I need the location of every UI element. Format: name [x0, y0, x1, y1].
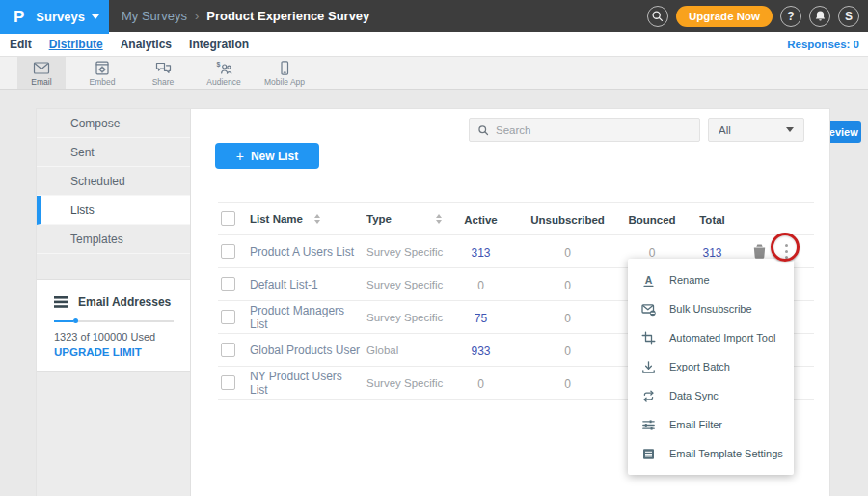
list-name-link[interactable]: Global Products User: [250, 344, 360, 357]
menu-item-label: Data Sync: [669, 390, 719, 401]
tab-edit[interactable]: Edit: [10, 38, 32, 51]
sidebar-item-templates[interactable]: Templates: [37, 225, 190, 254]
menu-item-export-batch[interactable]: Export Batch: [628, 352, 794, 381]
count-value[interactable]: 313: [471, 246, 490, 260]
sort-icon[interactable]: [314, 214, 320, 224]
list-name-link[interactable]: Product Managers List: [250, 304, 363, 331]
cell-unsubscribed: 0: [512, 342, 623, 359]
channel-mobile-app[interactable]: Mobile App: [260, 57, 309, 89]
channel-embed[interactable]: Embed: [78, 57, 126, 89]
upgrade-limit-link[interactable]: UPGRADE LIMIT: [54, 346, 178, 358]
menu-item-label: Email Filter: [669, 419, 722, 430]
cell-type: Survey Specific: [363, 246, 449, 258]
email-addresses-block: Email Addresses 1323 of 100000 Used UPGR…: [37, 280, 190, 372]
row-checkbox[interactable]: [221, 277, 235, 291]
row-checkbox-cell: [218, 244, 247, 259]
list-name-link[interactable]: Product A Users List: [250, 245, 354, 259]
menu-item-email-template-settings[interactable]: Email Template Settings: [628, 439, 794, 468]
menu-item-label: Bulk Unsubscribe: [669, 303, 752, 315]
search-button[interactable]: [647, 6, 668, 27]
channel-audience[interactable]: $Audience: [200, 57, 248, 89]
cell-type: Global: [363, 344, 449, 356]
count-value[interactable]: 75: [475, 312, 487, 325]
sort-icon[interactable]: [436, 214, 442, 224]
header-unsubscribed: Unsubscribed: [512, 210, 623, 228]
list-bars-icon: [54, 296, 68, 308]
data-sync-icon: [641, 389, 656, 403]
trash-icon[interactable]: [753, 244, 766, 259]
tab-analytics[interactable]: Analytics: [121, 38, 172, 51]
header-list-name: List Name: [247, 213, 363, 225]
questionpro-logo[interactable]: P: [14, 8, 24, 27]
bulk-unsubscribe-icon: [641, 302, 656, 317]
menu-item-bulk-unsubscribe[interactable]: Bulk Unsubscribe: [628, 294, 794, 323]
tab-distribute[interactable]: Distribute: [49, 38, 103, 51]
rename-icon: A: [641, 273, 656, 288]
sidebar-item-sent[interactable]: Sent: [37, 138, 190, 167]
cell-type: Survey Specific: [363, 377, 449, 389]
menu-item-data-sync[interactable]: Data Sync: [628, 381, 794, 410]
cell-list-name: NY Product Users List: [247, 370, 363, 397]
new-list-label: New List: [251, 150, 298, 163]
avatar[interactable]: S: [838, 6, 859, 27]
menu-item-label: Email Template Settings: [669, 448, 783, 459]
row-checkbox[interactable]: [221, 244, 235, 259]
sidebar-item-compose[interactable]: Compose: [37, 109, 190, 138]
email-icon: [33, 61, 50, 75]
product-menu-label: Surveys: [36, 10, 85, 24]
cell-active: 933: [449, 342, 512, 359]
search-icon: [477, 124, 489, 136]
list-search-input[interactable]: [496, 124, 692, 136]
row-checkbox-cell: [218, 375, 247, 390]
count-value[interactable]: 933: [471, 344, 490, 358]
select-all-checkbox[interactable]: [221, 211, 235, 226]
search-icon: [651, 10, 664, 22]
cell-type: Survey Specific: [363, 312, 449, 323]
row-checkbox[interactable]: [221, 310, 235, 324]
survey-nav: EditDistributeAnalyticsIntegration Respo…: [0, 32, 868, 56]
help-button[interactable]: ?: [780, 6, 801, 27]
notifications-button[interactable]: [809, 6, 830, 27]
plus-icon: +: [236, 149, 244, 164]
list-name-link[interactable]: NY Product Users List: [250, 370, 363, 397]
type-label: Survey Specific: [366, 312, 443, 323]
menu-item-email-filter[interactable]: Email Filter: [628, 410, 794, 439]
usage-progress-bar: [54, 320, 174, 322]
list-filter-dropdown[interactable]: All: [708, 118, 804, 142]
share-icon: [155, 61, 172, 75]
list-name-link[interactable]: Default List-1: [250, 278, 318, 291]
channel-share[interactable]: Share: [139, 57, 187, 89]
menu-item-rename[interactable]: ARename: [628, 265, 794, 294]
distribute-toolbar: EmailEmbedShare$AudienceMobile App Previ…: [0, 56, 868, 90]
channel-email[interactable]: Email: [17, 57, 66, 89]
usage-progress-fill: [54, 320, 73, 322]
count-value[interactable]: 313: [702, 246, 721, 260]
audience-icon: $: [216, 61, 232, 75]
row-checkbox-cell: [218, 310, 247, 324]
sidebar-item-lists[interactable]: Lists: [37, 196, 190, 225]
header-checkbox-cell: [218, 211, 247, 226]
breadcrumb-parent[interactable]: My Surveys: [122, 9, 187, 23]
count-value: 0: [477, 377, 484, 391]
sidebar-item-scheduled[interactable]: Scheduled: [37, 167, 190, 196]
upgrade-now-button[interactable]: Upgrade Now: [676, 6, 773, 27]
channel-label: Embed: [90, 77, 116, 87]
cell-active: 0: [449, 276, 512, 293]
surveys-product-menu[interactable]: P Surveys: [0, 0, 109, 34]
header-label: Active: [464, 214, 498, 226]
count-value: 0: [564, 246, 571, 260]
cell-bounced: 0: [623, 243, 681, 261]
svg-text:$: $: [216, 61, 220, 69]
click-annotation-circle: [771, 233, 800, 262]
tab-integration[interactable]: Integration: [189, 38, 249, 51]
row-checkbox[interactable]: [221, 375, 235, 390]
menu-item-automated-import-tool[interactable]: Automated Import Tool: [628, 323, 794, 352]
embed-icon: [95, 61, 110, 75]
automated-import-tool-icon: [641, 331, 656, 345]
new-list-button[interactable]: + New List: [215, 143, 319, 169]
header-bounced: Bounced: [623, 210, 681, 228]
email-template-settings-icon: [641, 447, 656, 461]
topbar-actions: Upgrade Now ? S: [647, 0, 859, 32]
breadcrumb-separator: ›: [195, 9, 199, 23]
row-checkbox[interactable]: [221, 343, 235, 357]
